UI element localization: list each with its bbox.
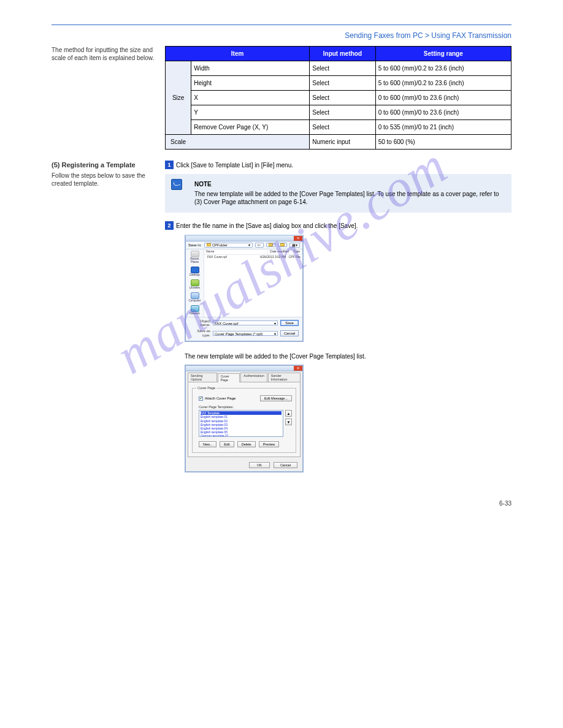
tab-authentication[interactable]: Authentication xyxy=(240,373,267,382)
left-intro: The method for inputting the size and sc… xyxy=(52,46,156,62)
savein-combo[interactable]: CPFolder▾ xyxy=(204,243,253,248)
chevron-down-icon[interactable]: ▾ xyxy=(274,332,276,336)
table-row: Scale Numeric input 50 to 600 (%) xyxy=(166,135,511,150)
cancel-button[interactable]: Cancel xyxy=(280,330,299,336)
templates-label: Cover Page Templates: xyxy=(199,405,292,409)
network-icon xyxy=(191,305,199,312)
cell-section-size: Size xyxy=(166,61,191,135)
place-libraries[interactable]: Libraries xyxy=(188,279,202,290)
cell-method: Select xyxy=(310,76,375,91)
place-desktop[interactable]: Desktop xyxy=(188,267,202,277)
page-number: 6-33 xyxy=(499,500,511,507)
list-item[interactable]: German template 01 xyxy=(201,434,282,437)
chevron-down-icon: ▾ xyxy=(248,243,250,248)
templates-listbox[interactable]: FAX Template English template 01 English… xyxy=(199,410,283,437)
savetype-field[interactable]: Cover Page Templates (*.cpf)▾ xyxy=(213,331,278,336)
cell-method: Select xyxy=(310,91,375,105)
savein-value: CPFolder xyxy=(212,243,228,248)
th-range: Setting range xyxy=(375,47,511,61)
dialog-titlebar: × xyxy=(186,366,302,371)
fieldset-legend: Cover Page xyxy=(196,386,216,390)
cell-item: Height xyxy=(191,76,310,91)
note-label: NOTE xyxy=(194,180,505,189)
places-bar: Recent Places Desktop Libraries Computer… xyxy=(186,249,204,317)
up-button[interactable] xyxy=(266,243,275,247)
subsection-para: Follow the steps below to save the creat… xyxy=(52,172,156,188)
table-row: Size Width Select 5 to 600 (mm)/0.2 to 2… xyxy=(166,61,511,76)
place-network[interactable]: Network xyxy=(188,305,202,316)
file-list[interactable]: NameDate modifiedType FAX Cover.cpf6/26/… xyxy=(204,249,302,317)
close-icon[interactable]: × xyxy=(294,236,302,241)
cell-item: Width xyxy=(191,61,310,76)
move-up-button[interactable]: ▲ xyxy=(285,410,292,417)
back-button[interactable]: 🡐 xyxy=(255,243,264,248)
move-down-button[interactable]: ▼ xyxy=(285,419,292,425)
note-icon xyxy=(171,179,182,190)
computer-icon xyxy=(191,292,199,299)
folder-icon xyxy=(269,243,273,246)
preview-button[interactable]: Preview xyxy=(259,441,280,447)
cell-method: Select xyxy=(310,105,375,120)
table-row: X Select 0 to 600 (mm)/0 to 23.6 (inch) xyxy=(166,91,511,105)
page-title: Sending Faxes from PC > Using FAX Transm… xyxy=(52,31,511,40)
col-name[interactable]: Name xyxy=(204,249,268,254)
step-2-caption: The new template will be added to the [C… xyxy=(185,353,511,360)
newfolder-button[interactable] xyxy=(278,243,287,247)
note-text: The new template will be added to the [C… xyxy=(194,191,499,206)
cell-method: Select xyxy=(310,120,375,135)
settings-table: Item Input method Setting range Size Wid… xyxy=(165,46,511,150)
step-1: 1Click [Save to Template List] in [File]… xyxy=(165,161,511,169)
coverpage-fieldset: Cover Page ✔ Attach Cover Page Edit Mess… xyxy=(192,386,296,453)
delete-button[interactable]: Delete xyxy=(237,441,256,447)
tab-sending-options[interactable]: Sending Options xyxy=(188,373,217,382)
step-2: 2Enter the file name in the [Save as] di… xyxy=(165,221,511,230)
table-row: Y Select 0 to 600 (mm)/0 to 23.6 (inch) xyxy=(166,105,511,120)
cell-item: X xyxy=(191,91,310,105)
cancel-button[interactable]: Cancel xyxy=(274,462,297,468)
dialog-titlebar: × xyxy=(186,236,302,241)
place-computer[interactable]: Computer xyxy=(188,292,202,303)
step-number-icon: 1 xyxy=(165,161,174,169)
note-box: NOTE The new template will be added to t… xyxy=(165,174,511,213)
step-2-text: Enter the file name in the [Save as] dia… xyxy=(176,222,358,229)
col-type[interactable]: Type xyxy=(291,249,302,254)
coverpage-dialog-screenshot: × Sending Options Cover Page Authenticat… xyxy=(185,365,511,472)
cell-item: Remove Cover Page (X, Y) xyxy=(191,120,310,135)
table-row: Height Select 5 to 600 (mm)/0.2 to 23.6 … xyxy=(166,76,511,91)
edit-button[interactable]: Edit xyxy=(220,441,234,447)
tab-cover-page[interactable]: Cover Page xyxy=(218,373,240,382)
cell-range: 0 to 535 (mm)/0 to 21 (inch) xyxy=(375,120,511,135)
file-row[interactable]: FAX Cover.cpf6/26/2013 3:02 PMCPF File xyxy=(204,255,302,260)
step-1-text: Click [Save to Template List] in [File] … xyxy=(176,162,293,169)
th-method: Input method xyxy=(310,47,375,61)
tab-sender-information[interactable]: Sender Information xyxy=(268,373,301,382)
folder-icon xyxy=(280,243,285,246)
ok-button[interactable]: OK xyxy=(249,462,270,468)
place-recent[interactable]: Recent Places xyxy=(188,251,202,264)
save-dialog-screenshot: × Save in: CPFolder▾ 🡐 ▦▾ Recent Places … xyxy=(185,235,511,343)
th-item: Item xyxy=(166,47,310,61)
cell-method: Numeric input xyxy=(310,135,375,150)
cell-method: Select xyxy=(310,61,375,76)
table-row: Remove Cover Page (X, Y) Select 0 to 535… xyxy=(166,120,511,135)
close-icon[interactable]: × xyxy=(294,366,302,371)
cell-item: Y xyxy=(191,105,310,120)
header-rule xyxy=(52,25,511,25)
cell-section-scale: Scale xyxy=(166,135,310,150)
edit-message-button[interactable]: Edit Message... xyxy=(260,395,292,401)
chevron-down-icon[interactable]: ▾ xyxy=(274,321,276,326)
savein-label: Save in: xyxy=(188,243,202,248)
cell-range: 0 to 600 (mm)/0 to 23.6 (inch) xyxy=(375,105,511,120)
col-date[interactable]: Date modified xyxy=(268,249,291,254)
folder-icon xyxy=(207,243,211,246)
desktop-icon xyxy=(191,267,199,273)
filename-field[interactable]: FAX Cover.cpf▾ xyxy=(213,320,278,325)
views-button[interactable]: ▦▾ xyxy=(289,243,300,248)
tab-strip: Sending Options Cover Page Authenticatio… xyxy=(186,371,302,382)
subsection-heading: (5) Registering a Template xyxy=(52,161,156,169)
save-button[interactable]: Save xyxy=(280,320,299,326)
step-number-icon: 2 xyxy=(165,221,174,230)
filename-label: Object name: xyxy=(190,319,210,327)
attach-coverpage-checkbox[interactable]: ✔ xyxy=(199,396,203,401)
new-button[interactable]: New... xyxy=(199,441,216,447)
